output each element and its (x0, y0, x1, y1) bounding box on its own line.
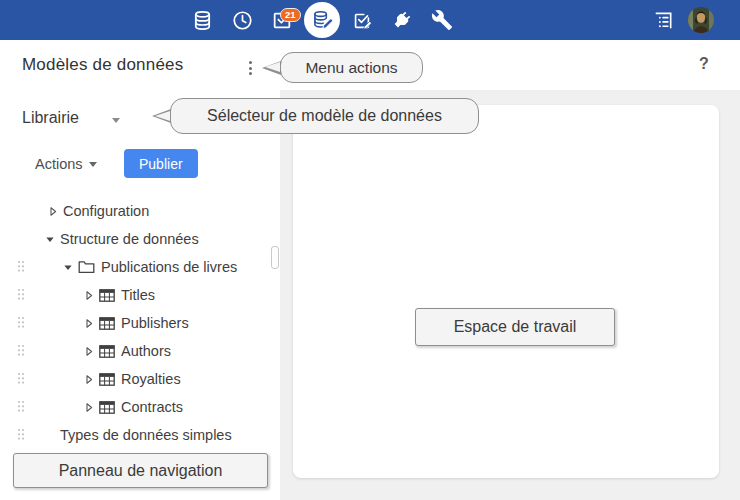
tree-item-titles[interactable]: Titles (0, 281, 278, 309)
history-clock-icon[interactable] (230, 8, 254, 32)
plug-icon[interactable] (390, 8, 414, 32)
drag-grip-icon[interactable] (17, 400, 25, 418)
chevron-right-icon[interactable] (84, 402, 94, 413)
tree-item-label: Publishers (121, 315, 189, 331)
drag-grip-icon[interactable] (17, 316, 25, 334)
drag-grip-icon[interactable] (17, 344, 25, 362)
callout-workspace: Espace de travail (415, 308, 615, 346)
publish-button[interactable]: Publier (124, 149, 198, 178)
drag-grip-icon[interactable] (17, 428, 25, 446)
tree-item-simple-types[interactable]: Types de données simples (0, 421, 278, 449)
callout-text: Espace de travail (454, 318, 577, 336)
chevron-right-icon[interactable] (84, 290, 94, 301)
scrollbar-thumb[interactable] (271, 246, 279, 269)
user-avatar[interactable] (688, 7, 714, 33)
tree-item-royalties[interactable]: Royalties (0, 365, 278, 393)
tree-item-label: Structure de données (60, 231, 199, 247)
tree-item-contracts[interactable]: Contracts (0, 393, 278, 421)
drag-grip-icon[interactable] (17, 288, 25, 306)
tree-item-label: Contracts (121, 399, 183, 415)
wrench-icon[interactable] (430, 8, 454, 32)
chevron-down-icon[interactable] (45, 234, 55, 245)
callout-nav-panel: Panneau de navigation (13, 453, 268, 488)
tree-item-publications[interactable]: Publications de livres (0, 253, 278, 281)
model-selector[interactable]: Librairie (22, 109, 79, 127)
chevron-down-icon[interactable] (112, 118, 120, 123)
callout-text: Sélecteur de modèle de données (207, 107, 442, 125)
tree-item-authors[interactable]: Authors (0, 337, 278, 365)
drag-grip-icon[interactable] (17, 372, 25, 390)
callout-tail (262, 61, 281, 75)
tree-item-label: Royalties (121, 371, 181, 387)
tree-item-label: Configuration (63, 203, 149, 219)
callout-menu-actions: Menu actions (280, 52, 423, 83)
tree-item-label: Publications de livres (101, 259, 237, 275)
chevron-down-icon[interactable] (63, 262, 73, 273)
table-icon (99, 373, 115, 386)
callout-tail (152, 109, 171, 123)
table-icon (99, 289, 115, 302)
notification-badge: 21 (280, 8, 301, 22)
database-icon[interactable] (190, 8, 214, 32)
chevron-right-icon[interactable] (84, 374, 94, 385)
callout-text: Panneau de navigation (59, 462, 223, 480)
table-icon (99, 345, 115, 358)
tree-item-label: Authors (121, 343, 171, 359)
tree-item-structure[interactable]: Structure de données (0, 225, 278, 253)
actions-label: Actions (35, 156, 83, 172)
chevron-down-icon (89, 162, 97, 167)
kebab-menu-icon[interactable] (242, 57, 258, 79)
task-check-icon[interactable]: 21 (270, 8, 294, 32)
workspace-panel[interactable] (293, 105, 719, 478)
callout-model-selector: Sélecteur de modèle de données (170, 98, 479, 134)
tree-item-label: Titles (121, 287, 155, 303)
tree-item-publishers[interactable]: Publishers (0, 309, 278, 337)
chevron-right-icon[interactable] (84, 318, 94, 329)
drag-grip-icon[interactable] (17, 260, 25, 278)
actions-dropdown[interactable]: Actions (35, 156, 97, 172)
data-model-edit-icon-active[interactable] (304, 2, 340, 38)
folder-icon (78, 260, 95, 274)
top-navigation-bar: 21 (0, 0, 740, 40)
form-edit-icon[interactable] (350, 8, 374, 32)
tree-item-label: Types de données simples (60, 427, 232, 443)
callout-text: Menu actions (305, 59, 397, 77)
table-icon (99, 317, 115, 330)
table-icon (99, 401, 115, 414)
page-title: Modèles de données (22, 55, 183, 75)
chevron-right-icon[interactable] (48, 206, 58, 217)
tree-item-configuration[interactable]: Configuration (0, 197, 278, 225)
help-icon[interactable]: ? (699, 55, 709, 73)
list-menu-icon[interactable] (651, 8, 675, 32)
chevron-right-icon[interactable] (84, 346, 94, 357)
navigation-tree: Configuration Structure de données Publi… (0, 197, 278, 449)
